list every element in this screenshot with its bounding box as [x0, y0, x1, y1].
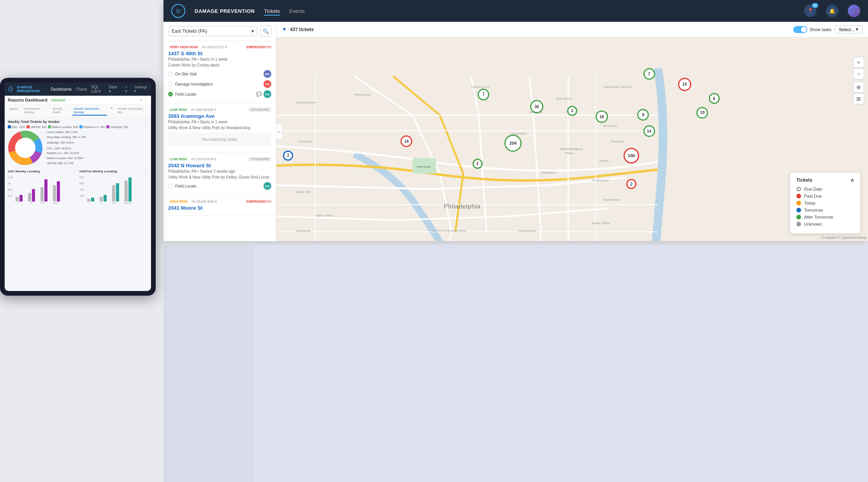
tablet-donut-legend: Local Locates, 350: 5.4% Gray State Loca…: [47, 130, 86, 166]
ticket-1-id: #1-328-07252-5: [202, 45, 227, 49]
tickets-dropdown[interactable]: East Tickets (PA) ▾: [168, 26, 257, 36]
map-marker-6[interactable]: 6: [709, 93, 720, 104]
tablet-tab-sports[interactable]: sports: [8, 106, 19, 116]
tablet-chart-title: Weekly Total Tickets by Vendor: [8, 120, 60, 124]
nav-tab-events[interactable]: Events: [289, 7, 305, 16]
legend-dot-today: [796, 201, 801, 205]
ticket-item-4[interactable]: HIGH RISK #1-55186-844-X EMERGENCY!! 204…: [163, 195, 276, 216]
ticket-1-task-2-avatar: SR: [264, 80, 271, 88]
zoom-out-btn[interactable]: −: [853, 68, 864, 79]
compass-btn[interactable]: ⊕: [853, 82, 864, 93]
svg-rect-15: [40, 187, 44, 202]
tablet-nav-settings[interactable]: Settings ▾: [134, 85, 147, 93]
map-marker-16[interactable]: 16: [401, 135, 412, 147]
nav-location-btn[interactable]: 📍 0: [804, 5, 817, 17]
bottom-right: [253, 245, 868, 482]
map-marker-100[interactable]: 100: [624, 148, 639, 163]
svg-text:1k: 1k: [8, 182, 11, 185]
tickets-search-btn[interactable]: 🔍: [260, 26, 271, 37]
tablet-nav-charts[interactable]: Charts: [76, 87, 87, 91]
tablet-more-icon[interactable]: ⋯: [144, 98, 148, 102]
legend-label-unknown: Unknown: [804, 222, 822, 226]
svg-text:Moorestown: Moorestown: [603, 198, 620, 202]
ticket-1-risk: VERY HIGH RISK: [168, 45, 200, 49]
map-marker-14[interactable]: 14: [643, 125, 655, 137]
ticket-1-task-3-name: Field Locate: [175, 92, 196, 96]
tablet-chart-menu[interactable]: ⋮: [144, 121, 148, 125]
map-marker-10a[interactable]: 10: [678, 78, 691, 91]
tablet-tab-vendor-weekly[interactable]: Vendor Scorecard - Weekly: [72, 106, 107, 116]
legend-collapse-icon[interactable]: ∧: [850, 177, 854, 183]
map-marker-2a[interactable]: 2: [567, 106, 577, 116]
tablet-tab-more[interactable]: ✕: [110, 106, 113, 116]
ticket-item-2[interactable]: LOW RISK #1-306-58408-6 STANDARD 3583 Ar…: [163, 103, 276, 153]
map-expand-handle[interactable]: ‹›: [276, 124, 283, 139]
toggle-switch[interactable]: [793, 26, 807, 33]
svg-text:Conshohocken: Conshohocken: [296, 101, 316, 104]
tablet-star-icon[interactable]: ☆: [68, 98, 71, 102]
ticket-item-1[interactable]: VERY HIGH RISK #1-328-07252-5 EMERGENCY!…: [163, 41, 276, 103]
layers-btn[interactable]: ⊞: [853, 93, 864, 104]
ticket-3-risk: LOW RISK: [168, 157, 189, 161]
marker-circle-10a: 10: [678, 78, 691, 91]
nav-bell-btn[interactable]: 🔔: [826, 5, 838, 17]
tablet-legend-pipeline: Pipeline LLC: 400: [79, 125, 105, 128]
svg-text:140: 140: [112, 202, 116, 204]
svg-text:Springfield: Springfield: [296, 229, 311, 233]
tablet-nav-add[interactable]: + ▾: [125, 85, 129, 93]
map-canvas[interactable]: Fairmount Philadelphia Conshohocken Whit…: [276, 37, 868, 241]
svg-rect-31: [112, 185, 115, 202]
tablet-edit-icon[interactable]: ✏: [140, 98, 143, 102]
map-marker-204[interactable]: 204: [504, 135, 522, 152]
tablet-tab-intervention[interactable]: Intervention Activity: [23, 106, 48, 116]
tablet-report-title: Reports Dashboard: [8, 98, 47, 102]
bottom-section: [163, 245, 868, 482]
tablet-nav: ⊙ DAMAGE PREVENTION Dashboards Charts SQ…: [5, 82, 151, 96]
tablet-tab-vendor-mo[interactable]: Vendor Scorecard - Mo...: [116, 106, 148, 116]
ticket-1-task-2: Damage Investigation SR: [168, 79, 271, 89]
svg-text:273: 273: [40, 202, 45, 204]
nav-avatar[interactable]: [848, 5, 860, 17]
zoom-in-btn[interactable]: +: [853, 57, 864, 68]
toggle-knob: [801, 27, 807, 32]
svg-rect-14: [32, 189, 35, 202]
tablet-utilitrek-menu[interactable]: ⋮: [144, 170, 148, 174]
tablet-nav-data[interactable]: Data ▾: [109, 85, 118, 93]
tablet-bottom-charts: UXC Weekly Locating ⋮ 1.2k 1k 800 400: [5, 168, 151, 208]
tablet-nav-sqllab[interactable]: SQL Lab ▾: [91, 85, 105, 93]
ticket-3-task-1-check: [168, 184, 173, 188]
tablet-nav-dashboards[interactable]: Dashboards: [51, 87, 72, 91]
select-btn[interactable]: Select... ▾: [835, 25, 863, 33]
svg-text:200: 200: [79, 195, 84, 197]
svg-text:Whitemarsh: Whitemarsh: [354, 93, 371, 96]
marker-circle-2b: 2: [473, 159, 483, 169]
tablet-uxc-menu[interactable]: ⋮: [73, 170, 76, 174]
ticket-item-3[interactable]: LOW RISK #1-233-57479-5 STANDARD 2542 N …: [163, 153, 276, 195]
nav-bell-icon: 🔔: [829, 8, 835, 14]
svg-text:Willingboro: Willingboro: [541, 171, 557, 174]
search-icon: 🔍: [263, 28, 269, 34]
svg-text:SOUTH PHILADELPHIA: SOUTH PHILADELPHIA: [432, 229, 466, 233]
svg-text:Willow Grove: Willow Grove: [471, 85, 490, 89]
tickets-panel: East Tickets (PA) ▾ 🔍 VERY HIGH RISK #1-…: [163, 22, 276, 241]
map-marker-2c[interactable]: 2: [626, 179, 636, 189]
ticket-3-meta: LOW RISK #1-233-57479-5 STANDARD: [168, 157, 271, 161]
map-marker-10b[interactable]: 10: [696, 107, 708, 119]
map-marker-2b[interactable]: 2: [473, 159, 483, 169]
legend-item-after-tomorrow: After Tomorrow: [796, 215, 854, 219]
map-marker-7b[interactable]: 7: [478, 89, 489, 100]
ticket-1-priority: EMERGENCY!!: [246, 45, 271, 49]
map-marker-2d[interactable]: 2: [283, 151, 293, 161]
map-marker-30[interactable]: 30: [530, 100, 543, 113]
nav-tab-tickets[interactable]: Tickets: [264, 7, 280, 16]
svg-text:7: 7: [18, 202, 19, 204]
ticket-1-task-3-check: ✓: [168, 92, 173, 96]
map-marker-9[interactable]: 9: [637, 109, 649, 121]
tickets-header: East Tickets (PA) ▾ 🔍: [163, 22, 276, 41]
marker-circle-100: 100: [624, 148, 639, 163]
map-marker-7a[interactable]: 7: [643, 68, 655, 80]
tablet-tab-qaqc[interactable]: QA/QC Audit: [51, 106, 69, 116]
map-marker-18[interactable]: 18: [596, 110, 608, 123]
tablet-logo: ⊙: [9, 86, 13, 92]
svg-rect-29: [100, 197, 103, 202]
